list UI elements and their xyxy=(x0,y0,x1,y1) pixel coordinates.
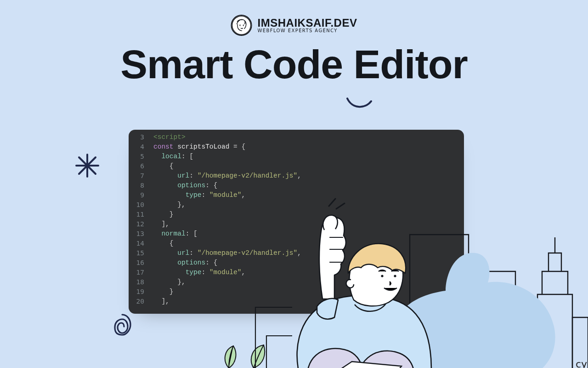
cropped-edge-text: cy xyxy=(576,358,587,368)
accent-arc-icon xyxy=(345,96,373,109)
editor-gutter: 34567891011121314151617181920 xyxy=(129,130,149,314)
skyline-icon xyxy=(390,216,588,368)
brand-tagline: WEBFLOW EXPERTS AGENCY xyxy=(258,29,357,34)
brand-header: IMSHAIKSAIF.DEV WEBFLOW EXPERTS AGENCY xyxy=(231,15,357,36)
page-title: Smart Code Editor xyxy=(0,44,588,85)
svg-point-0 xyxy=(232,16,250,34)
brand-avatar-icon xyxy=(231,15,252,36)
asterisk-icon xyxy=(74,152,101,179)
swirl-icon xyxy=(112,313,132,340)
brand-name: IMSHAIKSAIF.DEV xyxy=(258,17,357,29)
leaves-icon xyxy=(220,340,275,368)
